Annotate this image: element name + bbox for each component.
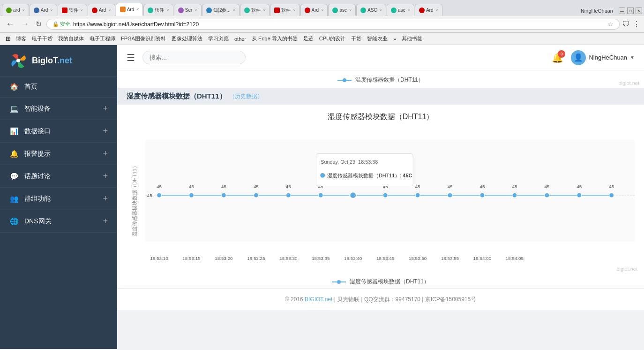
bookmark-edge[interactable]: 从 Edge 导入的书签 bbox=[249, 35, 300, 43]
chart2-section: 湿度传感器模块数据（DHT11） bbox=[117, 105, 644, 289]
sidebar-item-datainterface[interactable]: 📊 数据接口 + bbox=[0, 120, 117, 143]
sidebar-topics-label: 话题讨论 bbox=[24, 172, 97, 181]
menu-button[interactable]: ⋮ bbox=[633, 20, 640, 29]
svg-text:18:53:50: 18:53:50 bbox=[409, 256, 427, 261]
sidebar-home-label: 首页 bbox=[24, 83, 108, 91]
tab-asc-1[interactable]: asc × bbox=[328, 4, 356, 16]
tab-asc-2[interactable]: asc × bbox=[387, 4, 414, 16]
tab-ard-5[interactable]: Ard × bbox=[415, 4, 442, 16]
bookmark-学习浏览[interactable]: 学习浏览 bbox=[206, 35, 231, 43]
sidebar: BigIoT.net 🏠 首页 💻 智能设备 + 📊 数据接口 + 🔔 报警提示… bbox=[0, 45, 117, 349]
tab-software-3[interactable]: 软件 × bbox=[240, 4, 270, 16]
tab-ASC[interactable]: ASC × bbox=[356, 4, 386, 16]
home-icon: 🏠 bbox=[9, 83, 19, 91]
sidebar-item-devices[interactable]: 💻 智能设备 + bbox=[0, 98, 117, 120]
shield-icon[interactable]: 🛡 bbox=[622, 20, 630, 29]
sidebar-item-alarm[interactable]: 🔔 报警提示 + bbox=[0, 143, 117, 165]
section-history-link[interactable]: （历史数据） bbox=[229, 92, 263, 100]
tab-ard-2[interactable]: Ard × bbox=[30, 4, 57, 16]
svg-point-7 bbox=[222, 193, 226, 198]
bookmark-智能农业[interactable]: 智能农业 bbox=[365, 35, 390, 43]
svg-point-5 bbox=[157, 193, 162, 198]
svg-text:18:53:20: 18:53:20 bbox=[215, 256, 233, 261]
tab-ard-4[interactable]: Ard × bbox=[300, 4, 328, 16]
sidebar-alarm-label: 报警提示 bbox=[24, 150, 97, 158]
svg-text:45: 45 bbox=[544, 184, 549, 189]
star-icon[interactable]: ☆ bbox=[608, 21, 614, 28]
chart2-watermark: bigiot.net bbox=[616, 266, 637, 272]
bookmark-more[interactable]: » bbox=[391, 36, 398, 42]
svg-rect-49 bbox=[316, 154, 413, 186]
svg-text:45: 45 bbox=[189, 184, 194, 189]
notification-button[interactable]: 🔔 0 bbox=[552, 52, 563, 63]
svg-point-14 bbox=[448, 193, 452, 198]
svg-point-54 bbox=[337, 280, 341, 284]
bookmark-我的自媒体[interactable]: 我的自媒体 bbox=[56, 35, 86, 43]
bookmark-CPU[interactable]: CPU的设计 bbox=[317, 35, 348, 43]
apps-icon[interactable]: ⊞ bbox=[4, 34, 13, 43]
svg-text:湿度传感器模块数据（DHT11）: 45C: 湿度传感器模块数据（DHT11）: 45C bbox=[327, 173, 412, 178]
tab-software-4[interactable]: 软件 × bbox=[270, 4, 300, 16]
footer-site-link[interactable]: BIGIOT.net bbox=[305, 296, 332, 303]
chart1-legend-line bbox=[337, 77, 352, 83]
svg-text:45: 45 bbox=[147, 193, 152, 198]
sidebar-item-dns[interactable]: 🌐 DNS网关 + bbox=[0, 210, 117, 233]
notification-badge: 0 bbox=[558, 50, 565, 58]
sidebar-groups-label: 群组功能 bbox=[24, 195, 97, 203]
tab-ard-active[interactable]: Ard × bbox=[116, 3, 143, 16]
bookmark-other[interactable]: other bbox=[232, 36, 248, 42]
sidebar-item-topics[interactable]: 💬 话题讨论 + bbox=[0, 165, 117, 188]
tab-zhi[interactable]: 知(2参... × bbox=[202, 4, 240, 16]
svg-text:45: 45 bbox=[480, 184, 485, 189]
svg-point-10 bbox=[318, 193, 323, 198]
tab-ard-1[interactable]: ard × bbox=[2, 4, 29, 16]
logo-icon bbox=[9, 52, 27, 69]
win-minimize[interactable]: — bbox=[619, 8, 625, 14]
chart2-legend-label: 湿度传感器模块数据（DHT11） bbox=[350, 278, 429, 286]
chart1-section: 温度传感器数据（DHT11） bigiot.net bbox=[117, 70, 644, 88]
bookmark-干货[interactable]: 干货 bbox=[349, 35, 364, 43]
sidebar-item-groups[interactable]: 👥 群组功能 + bbox=[0, 188, 117, 210]
svg-text:45: 45 bbox=[512, 184, 517, 189]
chart2-bottom-legend: 湿度传感器模块数据（DHT11） bbox=[117, 275, 644, 289]
menu-toggle-button[interactable]: ☰ bbox=[127, 52, 135, 63]
svg-text:45: 45 bbox=[448, 184, 453, 189]
svg-point-51 bbox=[320, 173, 325, 178]
topics-icon: 💬 bbox=[9, 172, 19, 181]
bookmark-其他书签[interactable]: 其他书签 bbox=[399, 35, 425, 43]
datainterface-icon: 📊 bbox=[9, 127, 19, 136]
section-header: 湿度传感器模块数据（DHT11） （历史数据） bbox=[117, 88, 644, 105]
sidebar-logo: BigIoT.net bbox=[0, 45, 117, 76]
dns-icon: 🌐 bbox=[9, 217, 19, 226]
tab-ser[interactable]: Ser × bbox=[174, 4, 202, 16]
bookmark-博客[interactable]: 博客 bbox=[14, 35, 29, 43]
reload-button[interactable]: ↻ bbox=[34, 20, 44, 29]
bookmark-FPGA[interactable]: FPGA图像识别资料 bbox=[119, 35, 168, 43]
bookmark-电子干货[interactable]: 电子干货 bbox=[30, 35, 55, 43]
bookmark-图像处理算法[interactable]: 图像处理算法 bbox=[169, 35, 205, 43]
username-display: NingHeChuan bbox=[589, 54, 627, 61]
user-avatar-section[interactable]: 👤 NingHeChuan ▼ bbox=[571, 50, 635, 65]
svg-point-17 bbox=[545, 193, 549, 198]
bookmark-足迹[interactable]: 足迹 bbox=[301, 35, 316, 43]
tab-software-1[interactable]: 软件 × bbox=[58, 4, 87, 16]
sidebar-item-home[interactable]: 🏠 首页 bbox=[0, 76, 117, 98]
back-button[interactable]: ← bbox=[4, 19, 16, 29]
svg-text:18:53:30: 18:53:30 bbox=[279, 256, 298, 261]
bookmark-电子工程师[interactable]: 电子工程师 bbox=[87, 35, 118, 43]
forward-button[interactable]: → bbox=[19, 19, 31, 29]
win-close[interactable]: × bbox=[636, 8, 642, 14]
tab-ard-3[interactable]: Ard × bbox=[88, 4, 115, 16]
section-title: 湿度传感器模块数据（DHT11） bbox=[127, 92, 226, 101]
svg-text:45: 45 bbox=[609, 184, 614, 189]
devices-plus-icon: + bbox=[103, 104, 108, 114]
win-restore[interactable]: □ bbox=[627, 8, 634, 14]
secure-icon: 🔒 安全 bbox=[52, 21, 70, 28]
svg-text:18:53:35: 18:53:35 bbox=[312, 256, 330, 261]
svg-point-8 bbox=[254, 193, 258, 198]
svg-point-9 bbox=[286, 193, 291, 198]
search-input[interactable] bbox=[142, 51, 246, 64]
chart2-title: 湿度传感器模块数据（DHT11） bbox=[117, 105, 644, 125]
svg-text:18:54:05: 18:54:05 bbox=[506, 256, 524, 261]
tab-software-2[interactable]: 软件 × bbox=[143, 4, 173, 16]
